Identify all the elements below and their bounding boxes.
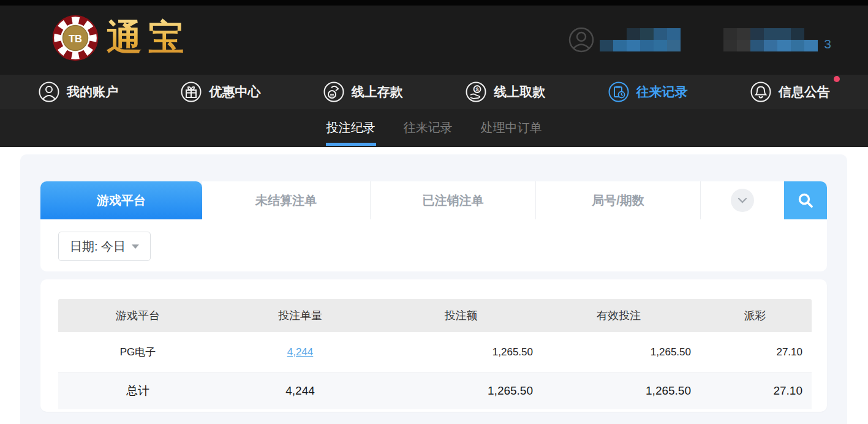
nav-item-my-account[interactable]: 我的账户: [38, 81, 118, 103]
cell-bet-amount: 1,265.50: [383, 346, 539, 358]
bell-icon: [750, 81, 772, 103]
balance-block[interactable]: 3: [723, 28, 831, 51]
records-icon: [608, 81, 630, 103]
tab-cancelled-bets[interactable]: 已注销注单: [371, 181, 536, 219]
table-header-row: 游戏平台 投注单量 投注额 有效投注 派彩: [58, 299, 812, 332]
filter-tab-bar: 游戏平台 未结算注单 已注销注单 局号/期数: [40, 181, 827, 219]
nav-item-deposit[interactable]: 线上存款: [323, 81, 403, 103]
deposit-icon: [323, 81, 345, 103]
cell-valid-bet: 1,265.50: [539, 346, 698, 358]
col-header-bet-count: 投注单量: [217, 308, 383, 323]
nav-label: 优惠中心: [209, 83, 260, 100]
nav-label: 线上存款: [352, 83, 403, 100]
date-filter-button[interactable]: 日期: 今日: [58, 232, 151, 261]
cell-platform: PG电子: [58, 345, 217, 359]
filter-strip: 日期: 今日: [40, 219, 827, 271]
table-total-row: 总计 4,244 1,265.50 1,265.50 27.10: [58, 373, 812, 409]
nav-label: 信息公告: [779, 83, 830, 100]
chevron-down-icon: [731, 189, 754, 212]
site-header: TB 通宝: [0, 6, 868, 75]
total-valid-bet: 1,265.50: [539, 384, 698, 398]
brand-name: 通宝: [107, 14, 190, 62]
user-area: 3: [568, 26, 831, 53]
username-block[interactable]: [568, 26, 681, 53]
subnav-tab-transactions[interactable]: 往来记录: [404, 109, 453, 147]
poker-chip-logo-icon: TB: [51, 14, 99, 62]
tab-game-platform[interactable]: 游戏平台: [40, 181, 202, 219]
gift-icon: [180, 81, 202, 103]
nav-label: 往来记录: [636, 83, 688, 100]
nav-item-withdraw[interactable]: $ 线上取款: [465, 81, 545, 103]
tab-round-number[interactable]: 局号/期数: [536, 181, 701, 219]
total-bet-count: 4,244: [217, 384, 383, 398]
total-label: 总计: [58, 383, 217, 399]
svg-text:$: $: [476, 86, 479, 93]
main-content: 游戏平台 未结算注单 已注销注单 局号/期数 日期: 今日: [0, 147, 868, 424]
censored-username: [600, 28, 681, 51]
col-header-valid-bet: 有效投注: [539, 308, 698, 323]
balance-suffix: 3: [824, 37, 831, 51]
account-icon: [38, 81, 60, 103]
nav-item-promotions[interactable]: 优惠中心: [180, 81, 260, 103]
primary-nav: 我的账户 优惠中心 线上存款 $ 线上取款: [0, 75, 868, 109]
brand-logo[interactable]: TB 通宝: [51, 14, 190, 62]
summary-table: 游戏平台 投注单量 投注额 有效投注 派彩 PG电子 4,244 1,265.5…: [58, 299, 812, 409]
withdraw-icon: $: [465, 81, 487, 103]
svg-text:TB: TB: [69, 33, 82, 45]
summary-table-card: 游戏平台 投注单量 投注额 有效投注 派彩 PG电子 4,244 1,265.5…: [40, 279, 827, 412]
secondary-nav: 投注纪录 往来记录 处理中订单: [0, 109, 868, 147]
col-header-payout: 派彩: [698, 308, 812, 323]
col-header-platform: 游戏平台: [58, 308, 217, 323]
nav-label: 线上取款: [494, 83, 545, 100]
top-strip: [0, 0, 868, 6]
nav-label: 我的账户: [67, 83, 118, 100]
nav-item-records[interactable]: 往来记录: [608, 81, 688, 103]
col-header-bet-amount: 投注额: [383, 308, 539, 323]
table-row-pg: PG电子 4,244 1,265.50 1,265.50 27.10: [58, 332, 812, 373]
tab-unsettled-bets[interactable]: 未结算注单: [202, 181, 371, 219]
subnav-tab-processing-orders[interactable]: 处理中订单: [481, 109, 542, 147]
tab-dropdown-toggle[interactable]: [701, 181, 784, 219]
cell-payout: 27.10: [698, 346, 812, 358]
magnifier-icon: [797, 192, 814, 209]
total-bet-amount: 1,265.50: [383, 384, 539, 398]
censored-balance: [723, 28, 818, 51]
bet-count-link[interactable]: 4,244: [287, 346, 314, 358]
records-panel: 游戏平台 未结算注单 已注销注单 局号/期数 日期: 今日: [20, 154, 847, 424]
search-button[interactable]: [784, 181, 827, 219]
notification-dot: [834, 76, 840, 82]
total-payout: 27.10: [698, 384, 812, 398]
nav-item-announcements[interactable]: 信息公告: [750, 81, 830, 103]
subnav-tab-bet-records[interactable]: 投注纪录: [326, 109, 376, 147]
user-avatar-icon: [568, 26, 595, 53]
caret-down-icon: [132, 244, 139, 249]
date-filter-label: 日期: 今日: [70, 238, 126, 255]
